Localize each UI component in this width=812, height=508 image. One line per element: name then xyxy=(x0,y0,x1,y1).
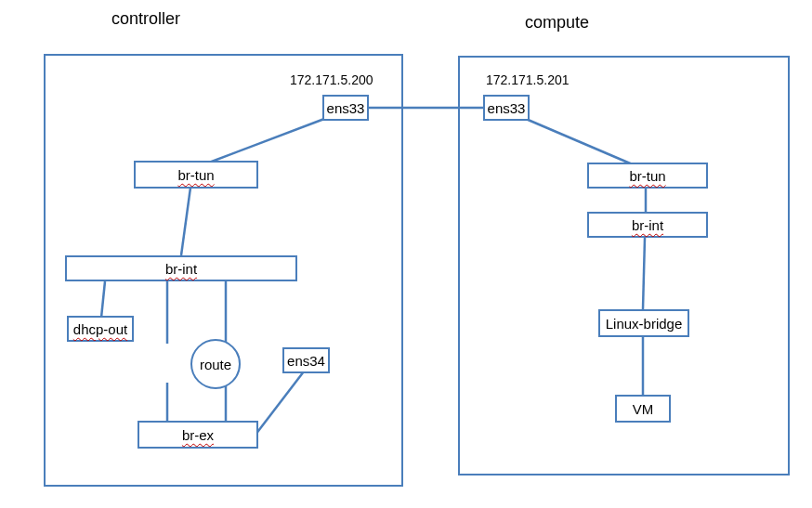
compute-linux-bridge-label: Linux-bridge xyxy=(606,316,683,332)
compute-vm-label: VM xyxy=(633,401,654,417)
controller-title: controller xyxy=(111,9,180,29)
compute-vm: VM xyxy=(615,395,671,423)
compute-ens33: ens33 xyxy=(483,95,530,121)
controller-br-ex: br-ex xyxy=(138,421,258,449)
controller-route-label: route xyxy=(200,357,231,372)
compute-ens33-label: ens33 xyxy=(488,100,526,116)
controller-ens33-label: ens33 xyxy=(327,100,365,116)
compute-title: compute xyxy=(525,13,589,33)
controller-ens34-label: ens34 xyxy=(287,353,325,369)
controller-br-int-label: br-int xyxy=(165,261,197,277)
compute-br-int-label: br-int xyxy=(632,217,663,233)
compute-br-tun-label: br-tun xyxy=(629,168,665,184)
controller-br-ex-label: br-ex xyxy=(182,427,214,443)
controller-ens34: ens34 xyxy=(282,347,330,373)
diagram-canvas: controller compute 172.171.5.200 172.171… xyxy=(0,0,812,508)
controller-br-tun: br-tun xyxy=(134,161,258,189)
compute-br-tun: br-tun xyxy=(587,163,708,189)
controller-br-int: br-int xyxy=(65,255,297,281)
controller-br-tun-label: br-tun xyxy=(177,167,214,183)
controller-dhcp-out-label: dhcp-out xyxy=(73,321,127,337)
controller-route: route xyxy=(190,339,241,389)
compute-linux-bridge: Linux-bridge xyxy=(598,309,689,337)
controller-ens33: ens33 xyxy=(322,95,369,121)
controller-dhcp-out: dhcp-out xyxy=(67,316,134,342)
compute-br-int: br-int xyxy=(587,212,708,238)
